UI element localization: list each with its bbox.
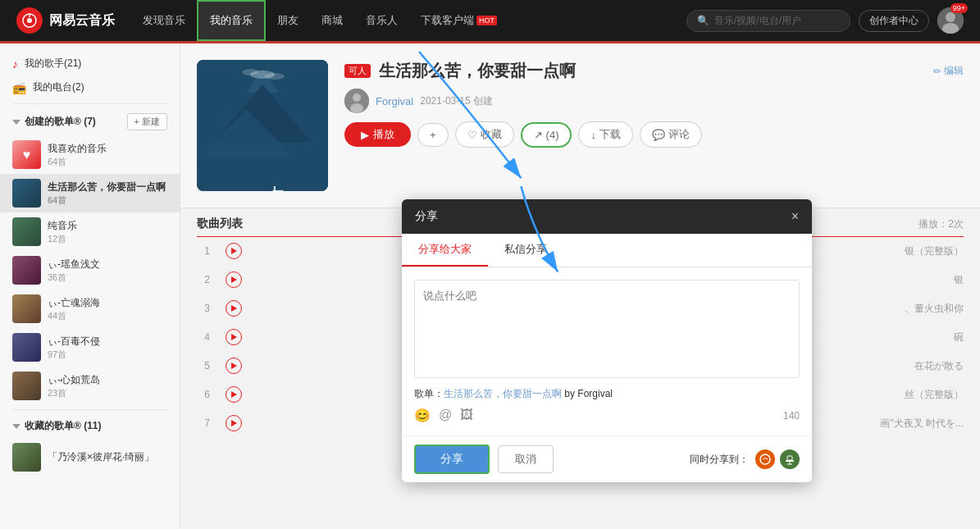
share-textarea[interactable]	[414, 280, 800, 378]
dialog-tab-private[interactable]: 私信分享	[488, 234, 563, 267]
song-play-3[interactable]	[226, 300, 242, 317]
social-icons	[755, 449, 800, 469]
sidebar-playlist-3[interactable]: ぃ-瑶鱼浅文 36首	[0, 251, 180, 290]
playlist-4-name: ぃ-亡魂溺海	[48, 296, 167, 310]
comment-label: 评论	[668, 127, 690, 142]
logo-text: 网易云音乐	[49, 12, 115, 30]
nav-mall[interactable]: 商城	[310, 0, 354, 41]
share-button[interactable]: ↗ (4)	[521, 122, 572, 148]
hot-badge: HOT	[476, 16, 497, 25]
playlist-2-info: 纯音乐 12首	[48, 219, 167, 245]
playlist-cover: 大眠	[197, 60, 328, 191]
sidebar-divider-2	[12, 409, 167, 410]
collect-button[interactable]: ♡ 收藏	[455, 121, 514, 148]
nav-musician[interactable]: 音乐人	[354, 0, 409, 41]
song-num-6: 6	[197, 389, 217, 400]
sidebar-playlist-4[interactable]: ぃ-亡魂溺海 44首	[0, 290, 180, 328]
dialog-footer-left: 分享 取消	[414, 445, 554, 474]
nav-friends[interactable]: 朋友	[266, 0, 310, 41]
sidebar: ♪ 我的歌手(21) 📻 我的电台(2) 创建的歌单® (7) + 新建 ♥ 我…	[0, 43, 180, 529]
nav-download[interactable]: 下载客户端 HOT	[409, 0, 508, 41]
playlist-actions: ▶ 播放 + ♡ 收藏 ↗ (4) ↓ 下载	[344, 121, 964, 148]
playlist-6-thumb	[12, 372, 41, 400]
user-avatar[interactable]: 99+	[937, 7, 964, 34]
playlist-2-name: 纯音乐	[48, 219, 167, 233]
search-bar[interactable]: 🔍 音乐/视频/电台/用户	[686, 10, 850, 32]
playlist-2-thumb	[12, 217, 41, 246]
song-right-2: 银	[954, 273, 964, 287]
playlist-type-badge: 可人	[344, 64, 371, 78]
creator-name[interactable]: Forgival	[376, 95, 413, 107]
dialog-close-button[interactable]: ×	[791, 209, 799, 224]
douban-icon[interactable]	[780, 449, 800, 469]
sidebar-playlist-6[interactable]: ぃ-心如荒岛 23首	[0, 367, 180, 405]
song-play-5[interactable]	[226, 358, 242, 374]
dialog-tab-public[interactable]: 分享给大家	[402, 234, 488, 267]
sidebar-playlist-2[interactable]: 纯音乐 12首	[0, 212, 180, 251]
playlist-4-count: 44首	[48, 310, 167, 322]
svg-marker-20	[231, 334, 237, 340]
emoji-icon[interactable]: 😊	[414, 408, 431, 423]
sidebar-divider-1	[12, 103, 167, 104]
playlist-6-info: ぃ-心如荒岛 23首	[48, 373, 167, 399]
song-right-4: 碗	[954, 331, 964, 344]
active-playlist-count: 64首	[48, 194, 167, 207]
svg-marker-18	[231, 276, 237, 283]
cancel-button[interactable]: 取消	[498, 445, 554, 473]
dialog-body: 歌单：生活那么苦，你要甜一点啊 by Forgival 😊 @ 🖼 140	[402, 267, 812, 436]
sidebar-my-radio-label: 我的电台(2)	[33, 80, 84, 94]
svg-point-11	[242, 69, 258, 75]
sidebar-playlist-active[interactable]: 生活那么苦，你要甜一点啊 64首	[0, 174, 180, 212]
playlist-creator: Forgival 2021-03-15 创建	[344, 89, 964, 113]
song-num-7: 7	[197, 417, 217, 429]
edit-icon: ✏	[933, 66, 941, 77]
top-nav: 网易云音乐 发现音乐 我的音乐 朋友 商城 音乐人 下载客户端 HOT 🔍 音乐…	[0, 0, 980, 41]
sidebar-playlist-5[interactable]: ぃ-百毒不侵 97首	[0, 328, 180, 367]
song-play-6[interactable]	[226, 386, 242, 403]
playlist-title-row: 可人 生活那么苦，你要甜一点啊 ✏ 编辑	[344, 60, 964, 82]
sidebar-collected-playlist-1[interactable]: 「乃泠溪×彼岸花·绮丽」	[0, 438, 180, 477]
creator-center-button[interactable]: 创作者中心	[859, 10, 929, 32]
share-submit-button[interactable]: 分享	[414, 445, 490, 474]
at-icon[interactable]: @	[439, 408, 452, 423]
song-play-2[interactable]	[226, 271, 242, 288]
nav-logo[interactable]: 网易云音乐	[16, 7, 115, 34]
download-icon: ↓	[590, 129, 596, 141]
nav-items: 发现音乐 我的音乐 朋友 商城 音乐人 下载客户端 HOT	[131, 0, 686, 41]
download-button[interactable]: ↓ 下载	[578, 121, 633, 148]
toolbar-icons: 😊 @ 🖼	[414, 408, 473, 423]
play-button[interactable]: ▶ 播放	[344, 122, 411, 147]
song-play-1[interactable]	[226, 243, 242, 259]
playlist-5-thumb	[12, 333, 41, 362]
nav-discover[interactable]: 发现音乐	[131, 0, 197, 41]
comment-button[interactable]: 💬 评论	[640, 121, 702, 148]
playlist-ref-name[interactable]: 生活那么苦，你要甜一点啊	[444, 388, 562, 399]
song-play-4[interactable]	[226, 329, 242, 345]
song-play-7[interactable]	[226, 415, 242, 431]
creator-avatar	[344, 89, 369, 113]
weibo-icon[interactable]	[755, 449, 775, 469]
playlist-3-count: 36首	[48, 271, 167, 284]
add-playlist-button[interactable]: + 新建	[127, 113, 167, 130]
sidebar-my-radio[interactable]: 📻 我的电台(2)	[0, 75, 180, 99]
image-icon[interactable]: 🖼	[460, 408, 473, 423]
collect-label: 收藏	[481, 127, 502, 142]
svg-point-1	[27, 18, 32, 23]
edit-label: 编辑	[944, 64, 964, 78]
playlist-edit-link[interactable]: ✏ 编辑	[933, 64, 964, 78]
song-num-5: 5	[197, 360, 217, 372]
sidebar-playlist-heart[interactable]: ♥ 我喜欢的音乐 64首	[0, 135, 180, 174]
songs-header-info: 播放：2次	[918, 217, 964, 231]
nav-right: 创作者中心 99+	[859, 7, 964, 34]
svg-point-4	[946, 12, 955, 22]
playlist-ref-author: Forgival	[577, 388, 613, 399]
song-right-3: 、董火虫和你	[905, 302, 964, 316]
play-label: 播放	[373, 127, 394, 142]
main-layout: ♪ 我的歌手(21) 📻 我的电台(2) 创建的歌单® (7) + 新建 ♥ 我…	[0, 43, 980, 529]
add-button[interactable]: +	[417, 123, 449, 147]
dialog-footer-right: 同时分享到：	[690, 449, 800, 469]
dialog-footer: 分享 取消 同时分享到：	[402, 436, 812, 482]
share-to-label: 同时分享到：	[690, 453, 749, 467]
nav-mymusic[interactable]: 我的音乐	[197, 0, 266, 41]
sidebar-my-singer[interactable]: ♪ 我的歌手(21)	[0, 52, 180, 75]
